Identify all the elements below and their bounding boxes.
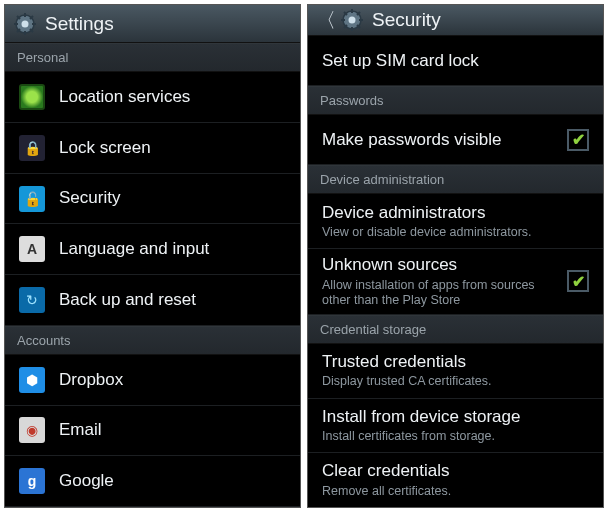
- security-item-simlock[interactable]: Set up SIM card lock: [308, 36, 603, 86]
- backup-icon: ↻: [19, 287, 45, 313]
- settings-item-google[interactable]: g Google: [5, 456, 300, 507]
- lock-icon: 🔒: [19, 135, 45, 161]
- language-icon: A: [19, 236, 45, 262]
- settings-item-label: Security: [59, 188, 286, 208]
- settings-title: Settings: [45, 13, 114, 35]
- settings-item-label: Google: [59, 471, 286, 491]
- checkbox-unknown-sources[interactable]: [567, 270, 589, 292]
- security-item-label: Trusted credentials: [322, 352, 589, 372]
- checkbox-passwords-visible[interactable]: [567, 129, 589, 151]
- section-header-passwords: Passwords: [308, 86, 603, 115]
- gear-icon: [340, 8, 364, 32]
- security-item-label: Device administrators: [322, 203, 589, 223]
- settings-item-label: Location services: [59, 87, 286, 107]
- settings-item-language[interactable]: A Language and input: [5, 224, 300, 275]
- settings-item-label: Language and input: [59, 239, 286, 259]
- security-item-label: Unknown sources: [322, 255, 553, 275]
- security-icon: 🔓: [19, 186, 45, 212]
- back-icon[interactable]: 〈: [316, 7, 332, 34]
- settings-item-backup[interactable]: ↻ Back up and reset: [5, 275, 300, 326]
- settings-panel: Settings Personal Location services 🔒 Lo…: [4, 4, 301, 508]
- dropbox-icon: ⬢: [19, 367, 45, 393]
- settings-item-lockscreen[interactable]: 🔒 Lock screen: [5, 123, 300, 174]
- security-item-sub: Allow installation of apps from sources …: [322, 278, 553, 308]
- security-item-label: Clear credentials: [322, 461, 589, 481]
- section-header-accounts: Accounts: [5, 326, 300, 355]
- svg-point-11: [349, 17, 356, 24]
- security-title: Security: [372, 9, 441, 31]
- settings-item-security[interactable]: 🔓 Security: [5, 174, 300, 225]
- location-icon: [19, 84, 45, 110]
- security-item-label: Make passwords visible: [322, 130, 553, 150]
- settings-item-dropbox[interactable]: ⬢ Dropbox: [5, 355, 300, 406]
- security-item-passwords-visible[interactable]: Make passwords visible: [308, 115, 603, 165]
- settings-item-label: Email: [59, 420, 286, 440]
- security-item-unknown-sources[interactable]: Unknown sources Allow installation of ap…: [308, 249, 603, 315]
- section-header-credential-storage: Credential storage: [308, 315, 603, 344]
- settings-item-email[interactable]: ◉ Email: [5, 406, 300, 457]
- gear-icon: [13, 12, 37, 36]
- security-item-sub: View or disable device administrators.: [322, 225, 589, 240]
- security-item-sub: Remove all certificates.: [322, 484, 589, 499]
- security-item-label: Set up SIM card lock: [322, 51, 589, 71]
- settings-item-label: Lock screen: [59, 138, 286, 158]
- settings-item-location[interactable]: Location services: [5, 72, 300, 123]
- section-header-personal: Personal: [5, 43, 300, 72]
- security-titlebar: 〈 Security: [308, 5, 603, 36]
- settings-item-label: Back up and reset: [59, 290, 286, 310]
- svg-point-1: [22, 20, 29, 27]
- section-header-device-admin: Device administration: [308, 165, 603, 194]
- security-item-install-storage[interactable]: Install from device storage Install cert…: [308, 399, 603, 454]
- settings-titlebar: Settings: [5, 5, 300, 43]
- security-item-sub: Install certificates from storage.: [322, 429, 589, 444]
- security-panel: 〈 Security Set up SIM card lock Password…: [307, 4, 604, 508]
- security-item-label: Install from device storage: [322, 407, 589, 427]
- google-icon: g: [19, 468, 45, 494]
- email-icon: ◉: [19, 417, 45, 443]
- security-item-sub: Display trusted CA certificates.: [322, 374, 589, 389]
- security-item-trusted-credentials[interactable]: Trusted credentials Display trusted CA c…: [308, 344, 603, 399]
- security-item-clear-credentials[interactable]: Clear credentials Remove all certificate…: [308, 453, 603, 507]
- security-item-device-admins[interactable]: Device administrators View or disable de…: [308, 194, 603, 249]
- settings-item-label: Dropbox: [59, 370, 286, 390]
